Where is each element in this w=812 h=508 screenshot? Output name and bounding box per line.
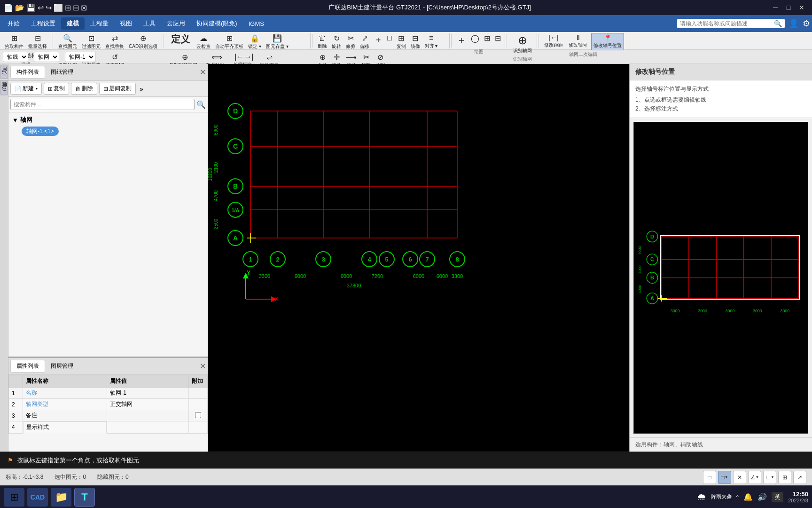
draw-grid-icon[interactable]: ⊞ — [482, 33, 492, 48]
batch-select-btn[interactable]: ⊟批量选择 — [26, 33, 49, 51]
tree-expand-icon[interactable]: ▼ — [12, 117, 18, 124]
taskbar-start[interactable]: ⊞ — [4, 488, 24, 507]
rect-icon[interactable]: □ — [385, 33, 394, 51]
auto-align-btn[interactable]: ⊞自动平齐顶板 — [213, 33, 245, 51]
tab-layer-manage[interactable]: 图层管理 — [45, 360, 79, 372]
tab-prop-list[interactable]: 属性列表 — [10, 360, 45, 373]
filter-element-btn[interactable]: ⊡过滤图元 — [80, 33, 102, 51]
axis-name-select[interactable]: 轴网-1 — [65, 52, 95, 62]
app-icon-extra4[interactable]: ⊠ — [81, 3, 87, 12]
search-icon[interactable]: 🔍 — [774, 20, 782, 27]
taskbar-cad[interactable]: CAD — [27, 488, 48, 507]
prop-row-2-value[interactable]: 正交轴网 — [107, 399, 189, 410]
menu-item-model[interactable]: 建模 — [61, 17, 85, 30]
axis-type-select[interactable]: 轴线 — [3, 52, 28, 62]
copy-btn[interactable]: ⊞复制 — [395, 33, 408, 51]
axis-net-dropdown[interactable]: 轴网 — [34, 52, 59, 62]
prop-row-4-value[interactable] — [107, 421, 189, 434]
prop-row-3-check[interactable] — [195, 412, 201, 418]
menu-item-project[interactable]: 工程设置 — [25, 17, 61, 30]
new-btn[interactable]: 📄 新建 ▾ — [10, 83, 42, 95]
offset-btn[interactable]: ⤢偏移 — [358, 33, 371, 51]
layer-copy-btn[interactable]: ⊟ 层间复制 — [99, 83, 136, 95]
win-minimize[interactable]: ─ — [769, 1, 782, 14]
cad-options-btn[interactable]: ⊕CAD识别选项 — [127, 33, 159, 51]
tab-drawing-manage[interactable]: 图纸管理 — [45, 66, 79, 78]
lock-btn[interactable]: 🔒锁定 ▾ — [246, 33, 263, 51]
modify-distance-btn[interactable]: |←|修改距距 — [542, 33, 565, 50]
more-btn[interactable]: » — [138, 84, 145, 94]
app-icon-open[interactable]: 📂 — [15, 3, 24, 12]
menu-item-view[interactable]: 视图 — [114, 17, 138, 30]
app-icon-undo[interactable]: ↩ — [38, 3, 44, 12]
pick-element-btn[interactable]: ⊞拾取构件 — [3, 33, 25, 51]
taskbar-lang[interactable]: 英 — [772, 492, 783, 502]
align-btn[interactable]: ≡对齐 ▾ — [423, 33, 440, 51]
menu-item-igms[interactable]: IGMS — [243, 18, 270, 29]
find-replace-btn[interactable]: ⇄查找替换 — [103, 33, 126, 51]
status-btn-angle1[interactable]: ∠▼ — [748, 471, 761, 484]
tree-child-axis1[interactable]: 轴网-1 <1> — [10, 126, 206, 137]
status-btn-cross[interactable]: ✕ — [733, 471, 746, 484]
status-btn-grid[interactable]: ⊞ — [778, 471, 791, 484]
app-icon-redo[interactable]: ↪ — [46, 3, 52, 12]
axis-name-dropdown[interactable]: 轴网-1 — [65, 52, 95, 62]
app-icon-extra3[interactable]: ⊟ — [73, 3, 79, 12]
panel-close-btn[interactable]: ✕ — [200, 68, 206, 77]
win-close[interactable]: ✕ — [795, 1, 808, 14]
search-box[interactable]: 🔍 — [677, 19, 785, 28]
define-btn[interactable]: 定义 — [167, 33, 194, 51]
prop-panel-close[interactable]: ✕ — [200, 362, 206, 371]
menu-item-cloud[interactable]: 云应用 — [161, 17, 191, 30]
taskbar-tray-expand[interactable]: ^ — [736, 494, 739, 500]
delete-btn-panel[interactable]: 🗑 删除 — [71, 83, 97, 95]
taskbar-folder[interactable]: 📁 — [51, 488, 71, 507]
app-icon-save[interactable]: 💾 — [26, 3, 36, 12]
save-element-btn[interactable]: 💾图元存盘 ▾ — [264, 33, 290, 51]
vtab-axis-net[interactable]: 网(J) — [0, 65, 8, 79]
menu-item-start[interactable]: 开始 — [2, 17, 25, 30]
panel-search-input[interactable] — [10, 99, 195, 110]
settings-icon[interactable]: ⚙ — [803, 18, 810, 29]
app-icon-new[interactable]: 📄 — [4, 3, 13, 12]
status-btn-rect[interactable]: □ — [703, 471, 716, 484]
status-btn-angle2[interactable]: ∟▼ — [763, 471, 776, 484]
user-account-icon[interactable]: 👤 — [789, 18, 799, 29]
prop-row-3-checkbox[interactable] — [189, 410, 208, 421]
prop-row-3-value[interactable] — [107, 410, 189, 421]
menu-item-quantity[interactable]: 工程量 — [85, 17, 114, 30]
tab-component-list[interactable]: 构件列表 — [10, 66, 45, 79]
copy-btn-panel[interactable]: ⊞ 复制 — [44, 83, 69, 95]
prop-row-1-value[interactable]: 轴网-1 — [107, 388, 189, 399]
modify-axis-pos-btn[interactable]: 📍修改轴号位置 — [591, 33, 624, 50]
draw-plus-icon[interactable]: ＋ — [455, 33, 468, 48]
taskbar-volume-icon[interactable]: 🔊 — [757, 492, 767, 501]
tree-child-tag[interactable]: 轴网-1 <1> — [22, 127, 59, 136]
taskbar-notify-icon[interactable]: 🔔 — [743, 492, 753, 501]
modify-axis-num-btn[interactable]: Ⅱ修改轴号 — [567, 33, 589, 50]
panel-search-icon[interactable]: 🔍 — [196, 100, 206, 109]
status-btn-select[interactable]: □▼ — [718, 471, 731, 484]
trim-btn[interactable]: ✂修剪 — [344, 33, 357, 51]
mirror-btn[interactable]: ⊟镜像 — [409, 33, 422, 51]
app-icon-extra[interactable]: ⬜ — [54, 3, 63, 12]
status-btn-arrow[interactable]: ↗ — [793, 471, 806, 484]
app-icon-extra2[interactable]: ⊞ — [65, 3, 71, 12]
search-input[interactable] — [680, 20, 774, 27]
win-maximize[interactable]: □ — [782, 1, 795, 14]
prop-row-4-expand[interactable]: 显示样式 — [23, 421, 107, 433]
add-icon[interactable]: ＋ — [372, 33, 384, 51]
cloud-check-btn[interactable]: ☁云检查 — [195, 33, 212, 51]
delete-btn[interactable]: 🗑删除 — [316, 33, 329, 51]
taskbar-text[interactable]: T — [74, 488, 95, 507]
vtab-aux-axis[interactable]: 辅助轴线(O) — [0, 80, 8, 95]
canvas-area[interactable]: D C B 1/A A 1 2 3 4 5 6 — [208, 64, 629, 452]
menu-item-collab[interactable]: 协同建模(限免) — [191, 17, 243, 30]
menu-item-tools[interactable]: 工具 — [138, 17, 161, 30]
find-element-btn[interactable]: 🔍查找图元 — [56, 33, 79, 51]
rotate-btn[interactable]: ↻旋转 — [330, 33, 343, 51]
recog-axis-btn[interactable]: ⊕识别轴网 — [510, 33, 535, 55]
draw-circle-icon[interactable]: ◯ — [469, 33, 481, 48]
axis-type-dropdown[interactable]: 轴线 — [3, 52, 28, 62]
draw-extra-icon[interactable]: ⊟ — [493, 33, 503, 48]
